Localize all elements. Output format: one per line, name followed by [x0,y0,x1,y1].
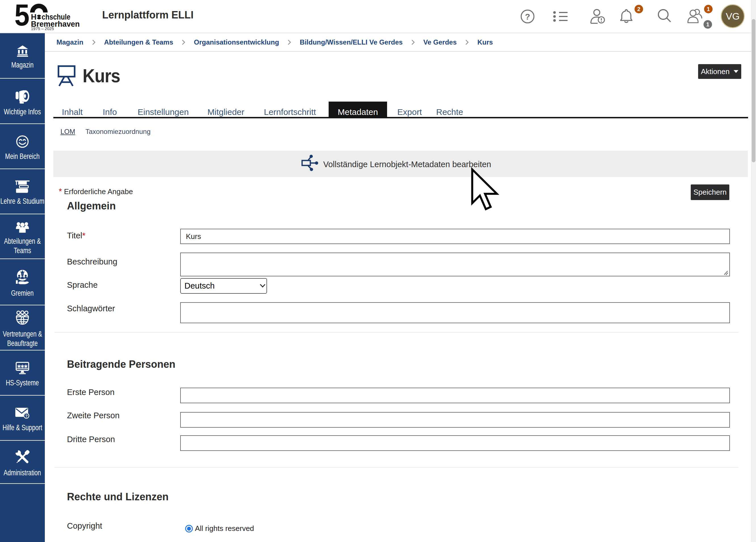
svg-text:?: ? [525,12,530,21]
svg-text:5: 5 [14,2,30,31]
svg-text:1975 – 2025: 1975 – 2025 [31,26,54,31]
svg-text:?: ? [25,414,28,418]
